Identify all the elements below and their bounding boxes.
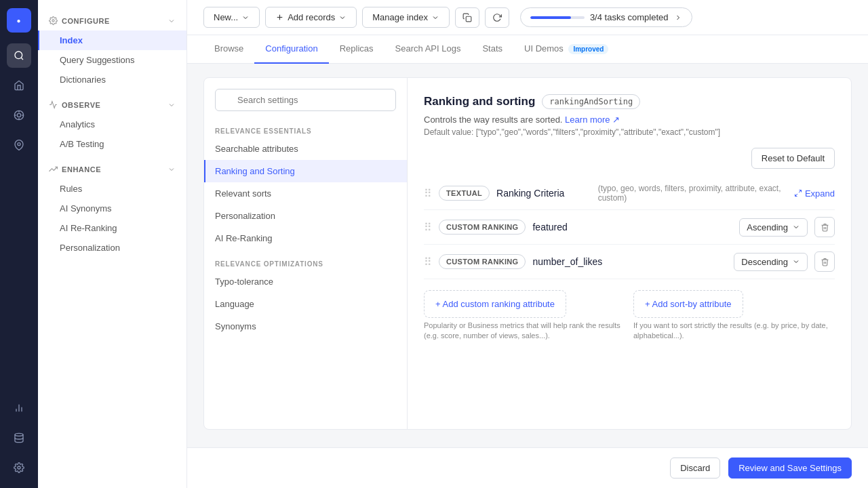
sidebar-item-rules[interactable]: Rules xyxy=(38,179,186,199)
learn-more-link[interactable]: Learn more ↗ xyxy=(565,115,620,125)
panel-search-area xyxy=(204,89,407,122)
nav-ai-reranking[interactable]: AI Re-Ranking xyxy=(204,227,407,249)
add-buttons-section: + Add custom ranking attribute Popularit… xyxy=(424,290,835,342)
tab-stats[interactable]: Stats xyxy=(471,35,513,64)
sidebar-item-dictionaries[interactable]: Dictionaries xyxy=(38,70,186,89)
nav-settings[interactable] xyxy=(7,455,31,480)
delete-likes-button[interactable] xyxy=(814,251,835,272)
discard-button[interactable]: Discard xyxy=(670,458,720,479)
drag-handle-likes[interactable]: ⠿ xyxy=(424,256,432,268)
ui-demos-badge: Improved xyxy=(568,44,608,54)
manage-index-button[interactable]: Manage index xyxy=(362,7,450,28)
ranking-default-value: Default value: ["typo","geo","words","fi… xyxy=(424,127,835,137)
add-records-button[interactable]: Add records xyxy=(265,7,357,28)
nav-typo-tolerance[interactable]: Typo-tolerance xyxy=(204,270,407,293)
sidebar-item-personalization[interactable]: Personalization xyxy=(38,238,186,258)
sidebar-item-ai-reranking[interactable]: AI Re-Ranking xyxy=(38,218,186,238)
configure-header[interactable]: CONFIGURE xyxy=(38,11,186,30)
observe-section: OBSERVE Analytics A/B Testing xyxy=(38,95,186,154)
nav-ranking-sorting[interactable]: Ranking and Sorting xyxy=(204,160,407,182)
add-sort-by-button[interactable]: + Add sort-by attribute xyxy=(633,290,743,318)
sidebar-item-ai-synonyms[interactable]: AI Synonyms xyxy=(38,199,186,218)
review-save-button[interactable]: Review and Save Settings xyxy=(728,458,852,479)
drag-handle-featured[interactable]: ⠿ xyxy=(424,221,432,234)
svg-point-7 xyxy=(18,143,20,146)
copy-button[interactable] xyxy=(455,7,479,28)
new-button[interactable]: New... xyxy=(203,7,260,28)
nav-relevant-sorts[interactable]: Relevant sorts xyxy=(204,182,407,205)
search-settings-input[interactable] xyxy=(215,89,396,111)
svg-line-18 xyxy=(799,190,802,193)
tab-configuration[interactable]: Configuration xyxy=(254,35,328,64)
main-area: New... Add records Manage index 3/4 task… xyxy=(187,0,868,488)
svg-rect-16 xyxy=(466,16,471,22)
expand-button[interactable]: Expand xyxy=(794,188,835,199)
sidebar-item-query-suggestions[interactable]: Query Suggestions xyxy=(38,50,186,70)
svg-point-13 xyxy=(52,20,54,22)
progress-fill xyxy=(530,16,571,19)
tab-ui-demos[interactable]: UI Demos Improved xyxy=(513,35,619,64)
app-logo: ● xyxy=(7,8,31,33)
sidebar-item-analytics[interactable]: Analytics xyxy=(38,115,186,134)
add-sort-desc: If you want to sort strictly the results… xyxy=(633,321,835,342)
enhance-header[interactable]: ENHANCE xyxy=(38,159,186,179)
nav-home[interactable] xyxy=(7,73,31,98)
nav-target[interactable] xyxy=(7,103,31,127)
topbar: New... Add records Manage index 3/4 task… xyxy=(187,0,868,35)
ranking-header: Ranking and sorting rankingAndSorting xyxy=(424,94,835,109)
tab-bar: Browse Configuration Replicas Search API… xyxy=(187,35,868,64)
sidebar: CONFIGURE Index Query Suggestions Dictio… xyxy=(38,0,187,488)
ascending-dropdown[interactable]: Ascending xyxy=(739,218,808,237)
add-custom-desc: Popularity or Business metrics that will… xyxy=(424,321,625,342)
configure-section: CONFIGURE Index Query Suggestions Dictio… xyxy=(38,11,186,89)
tag-textual: TEXTUAL xyxy=(439,186,490,201)
svg-point-0 xyxy=(15,52,22,59)
nav-synonyms[interactable]: Synonyms xyxy=(204,315,407,338)
ranking-criteria-label: Ranking Criteria xyxy=(496,188,591,199)
enhance-label: ENHANCE xyxy=(62,165,101,174)
content-area: RELEVANCE ESSENTIALS Searchable attribut… xyxy=(187,64,868,447)
number-of-likes-label: number_of_likes xyxy=(532,256,626,267)
nav-pin[interactable] xyxy=(7,133,31,157)
enhance-section: ENHANCE Rules AI Synonyms AI Re-Ranking … xyxy=(38,159,186,258)
tab-search-api-logs[interactable]: Search API Logs xyxy=(384,35,472,64)
ranking-api-badge: rankingAndSorting xyxy=(542,94,640,109)
nav-search[interactable] xyxy=(7,43,31,68)
footer: Discard Review and Save Settings xyxy=(187,447,868,488)
svg-point-12 xyxy=(18,466,20,469)
nav-personalization[interactable]: Personalization xyxy=(204,205,407,227)
ranking-criteria-hint: (typo, geo, words, filters, proximity, a… xyxy=(598,184,787,203)
nav-database[interactable] xyxy=(7,426,31,450)
svg-point-11 xyxy=(15,433,23,436)
tag-custom-ranking-1: CUSTOM RANKING xyxy=(439,220,526,235)
tab-browse[interactable]: Browse xyxy=(203,35,254,64)
expand-label: Expand xyxy=(805,188,835,199)
ranking-description: Controls the way results are sorted. Lea… xyxy=(424,115,835,125)
observe-header[interactable]: OBSERVE xyxy=(38,95,186,115)
nav-language[interactable]: Language xyxy=(204,293,407,315)
nav-chart[interactable] xyxy=(7,396,31,420)
ranking-row-number-of-likes: ⠿ CUSTOM RANKING number_of_likes Descend… xyxy=(424,245,835,279)
ranking-row-featured: ⠿ CUSTOM RANKING featured Ascending xyxy=(424,210,835,245)
ranking-title: Ranking and sorting xyxy=(424,95,535,108)
descending-dropdown[interactable]: Descending xyxy=(734,253,808,271)
refresh-button[interactable] xyxy=(485,7,509,28)
add-custom-ranking-button[interactable]: + Add custom ranking attribute xyxy=(424,290,566,318)
sidebar-item-index[interactable]: Index xyxy=(38,30,186,50)
reset-to-default-button[interactable]: Reset to Default xyxy=(751,148,835,169)
icon-bar: ● xyxy=(0,0,38,488)
panel-nav: RELEVANCE ESSENTIALS Searchable attribut… xyxy=(204,78,408,429)
relevance-essentials-label: RELEVANCE ESSENTIALS xyxy=(204,122,407,138)
drag-handle-textual[interactable]: ⠿ xyxy=(424,187,432,200)
svg-line-19 xyxy=(795,194,797,197)
progress-pill[interactable]: 3/4 tasks completed xyxy=(520,7,692,27)
tag-custom-ranking-2: CUSTOM RANKING xyxy=(439,254,526,269)
svg-point-2 xyxy=(17,113,20,117)
ranking-row-textual: ⠿ TEXTUAL Ranking Criteria (typo, geo, w… xyxy=(424,177,835,210)
sidebar-item-ab-testing[interactable]: A/B Testing xyxy=(38,134,186,154)
tab-replicas[interactable]: Replicas xyxy=(329,35,384,64)
delete-featured-button[interactable] xyxy=(814,217,835,237)
featured-label: featured xyxy=(532,222,629,232)
settings-panel: RELEVANCE ESSENTIALS Searchable attribut… xyxy=(203,77,852,430)
nav-searchable-attributes[interactable]: Searchable attributes xyxy=(204,138,407,160)
